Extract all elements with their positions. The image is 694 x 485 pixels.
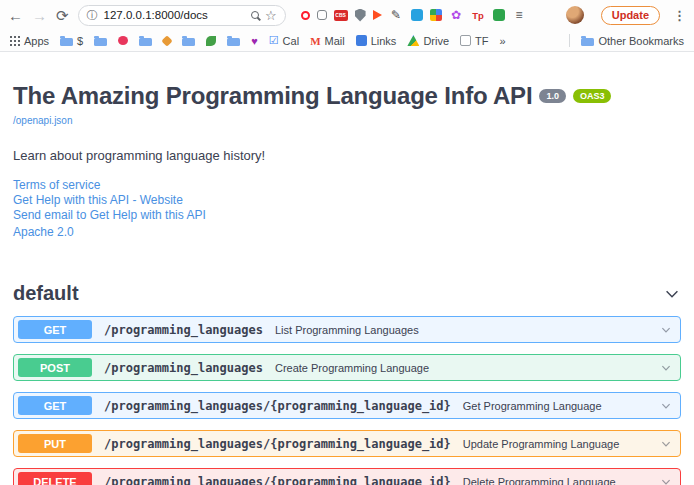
bookmark-item[interactable] [163,37,171,45]
endpoint-path: /programming_languages [104,361,263,375]
bookmark-item[interactable]: TF [460,35,488,47]
bookmark-item[interactable]: Links [356,35,397,47]
url-text[interactable]: 127.0.0.1:8000/docs [104,9,245,21]
heart-icon [251,35,258,47]
arrow-extension-icon[interactable] [373,10,382,20]
square-extension-icon[interactable] [317,10,327,20]
bookmark-label: Mail [325,35,345,47]
method-badge: PUT [18,434,92,453]
version-badge: 1.0 [539,89,566,104]
chevron-down-icon[interactable] [660,438,672,450]
extensions-area: CBS✎✿Tp≡ [301,8,557,23]
zoom-icon[interactable] [251,11,259,19]
address-bar[interactable]: ⓘ 127.0.0.1:8000/docs ☆ [78,5,286,26]
website-help-link[interactable]: Get Help with this API - Website [13,193,681,208]
endpoint-path: /programming_languages/{programming_lang… [104,475,451,485]
terms-of-service-link[interactable]: Terms of service [13,178,681,193]
page-title: The Amazing Programming Language Info AP… [13,82,532,110]
gmail-icon [310,35,320,47]
bookmark-label: Apps [24,35,49,47]
endpoint-row[interactable]: DELETE /programming_languages/{programmi… [13,468,681,485]
bookmark-item[interactable] [251,35,258,47]
bookmark-label: » [500,35,506,47]
chevron-down-icon[interactable] [660,400,672,412]
bookmarks-bar: Apps$CalMailLinksDriveTF» Other Bookmark… [0,30,694,52]
openapi-json-link[interactable]: /openapi.json [13,115,73,126]
email-help-link[interactable]: Send email to Get Help with this API [13,208,681,223]
bookmark-item[interactable] [118,36,128,45]
endpoint-path: /programming_languages/{programming_lang… [104,437,451,451]
oas3-badge: OAS3 [573,89,612,104]
browser-menu-icon[interactable]: ⋮ [673,8,686,23]
bookmark-label: Links [371,35,397,47]
bookmark-item[interactable]: Mail [310,35,345,47]
chevron-down-icon[interactable] [663,285,681,303]
bookmark-item[interactable]: » [500,35,506,47]
reload-icon[interactable]: ⟳ [56,8,69,23]
bookmark-item[interactable] [94,36,107,46]
forward-icon[interactable]: → [32,8,47,23]
leaf-icon [206,36,216,46]
profile-avatar[interactable] [566,6,584,24]
notes-extension-icon[interactable] [493,9,505,21]
browser-chrome: ← → ⟳ ⓘ 127.0.0.1:8000/docs ☆ CBS✎✿Tp≡ U… [0,0,694,52]
chevron-down-icon[interactable] [660,362,672,374]
blue-extension-icon[interactable] [411,9,423,21]
cbs-extension-icon[interactable]: CBS [334,10,348,21]
chevron-down-icon[interactable] [660,324,672,336]
folder-icon [139,38,152,46]
links-icon [356,35,367,46]
folder-icon [227,38,240,46]
lips-icon [118,36,128,45]
drive-icon [407,35,419,46]
folder-icon [182,38,195,46]
endpoint-summary: Get Programming Language [463,400,602,412]
folder-icon [94,38,107,46]
bookmark-label: Cal [283,35,300,47]
license-link[interactable]: Apache 2.0 [13,225,681,240]
endpoint-summary: List Programming Languages [275,324,419,336]
flower-extension-icon[interactable]: ✿ [449,8,464,23]
folder-icon [60,38,73,46]
tp-extension-icon[interactable]: Tp [471,8,486,23]
chevron-down-icon[interactable] [660,476,672,485]
bookmark-item[interactable]: Drive [407,35,449,47]
method-badge: GET [18,396,92,415]
endpoint-summary: Create Programming Language [275,362,429,374]
bookmark-label: Drive [423,35,449,47]
pencil-extension-icon[interactable]: ✎ [389,8,404,23]
opera-extension-icon[interactable] [301,11,310,20]
browser-toolbar: ← → ⟳ ⓘ 127.0.0.1:8000/docs ☆ CBS✎✿Tp≡ U… [0,0,694,30]
check-icon [269,34,279,47]
endpoint-row[interactable]: GET /programming_languages/{programming_… [13,392,681,419]
bookmark-item[interactable] [182,36,195,46]
endpoint-row[interactable]: POST /programming_languages Create Progr… [13,354,681,381]
back-icon[interactable]: ← [8,8,23,23]
method-badge: GET [18,320,92,339]
bookmark-item[interactable] [139,36,152,46]
tf-icon [460,35,471,46]
bookmarks-items: Apps$CalMailLinksDriveTF» [10,34,506,47]
other-bookmarks-label: Other Bookmarks [598,35,684,47]
bookmark-item[interactable] [206,36,216,46]
endpoint-row[interactable]: GET /programming_languages List Programm… [13,316,681,343]
bookmark-item[interactable]: $ [60,35,83,47]
bookmarks-divider [569,34,570,47]
endpoint-row[interactable]: PUT /programming_languages/{programming_… [13,430,681,457]
section-title: default [13,282,79,305]
site-info-icon[interactable]: ⓘ [87,8,98,23]
swagger-page: The Amazing Programming Language Info AP… [0,52,694,485]
default-section-header[interactable]: default [13,282,681,305]
update-button[interactable]: Update [601,6,660,25]
method-badge: POST [18,358,92,377]
bookmark-star-icon[interactable]: ☆ [265,9,277,22]
grid-extension-icon[interactable] [430,9,442,21]
grid-icon [10,36,20,46]
bookmark-item[interactable] [227,36,240,46]
other-bookmarks[interactable]: Other Bookmarks [581,35,684,47]
bookmark-item[interactable]: Cal [269,34,299,47]
bookmark-item[interactable]: Apps [10,35,49,47]
tag-icon [162,35,173,46]
list-extension-icon[interactable]: ≡ [512,8,527,23]
shield-extension-icon[interactable] [355,9,366,22]
